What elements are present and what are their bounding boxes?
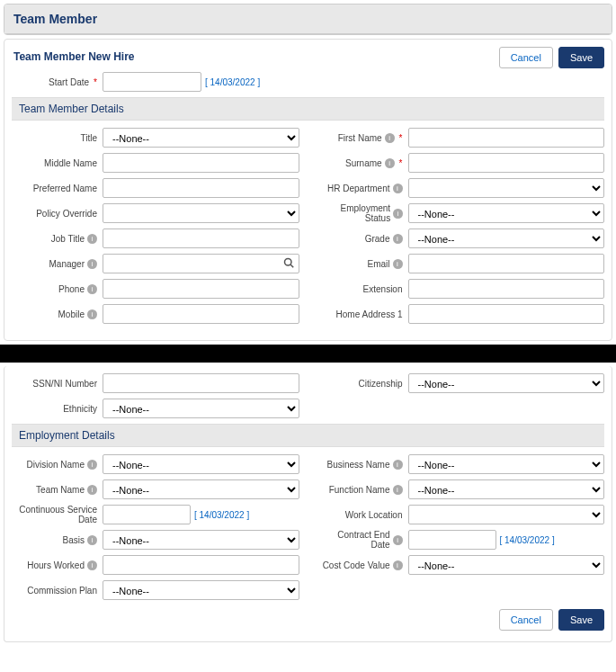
start-date-hint[interactable]: [ 14/03/2022 ] [205, 77, 260, 87]
bottom-button-row: Cancel Save [12, 609, 604, 631]
image-gap [0, 345, 616, 363]
extension-label: Extension [363, 284, 403, 294]
info-icon: i [393, 560, 403, 570]
required-marker: * [94, 77, 97, 87]
info-icon: i [87, 234, 97, 244]
main-panel: Team Member [4, 4, 612, 35]
division-name-label: Division Name [27, 460, 85, 470]
title-select[interactable]: --None-- [103, 128, 299, 148]
start-date-label: Start Date [49, 77, 89, 87]
surname-label: Surname [345, 158, 382, 168]
form-card-lower: SSN/NI Number Citizenship --None-- Ethni… [4, 366, 612, 642]
continuous-service-date-input[interactable] [103, 505, 191, 524]
first-name-label: First Name [338, 133, 382, 143]
page-title: Team Member [4, 4, 612, 34]
function-name-select[interactable]: --None-- [408, 479, 605, 499]
job-title-label: Job Title [51, 234, 85, 244]
home-address-1-label: Home Address 1 [336, 309, 403, 319]
info-icon: i [87, 560, 97, 570]
function-name-label: Function Name [329, 485, 390, 495]
info-icon: i [393, 259, 403, 269]
ssn-input[interactable] [103, 373, 299, 393]
search-icon[interactable] [283, 257, 294, 270]
team-name-select[interactable]: --None-- [103, 479, 299, 499]
phone-input[interactable] [103, 279, 299, 299]
extension-input[interactable] [408, 279, 605, 299]
info-icon: i [393, 234, 403, 244]
top-bar: Team Member New Hire Cancel Save [12, 47, 604, 68]
business-name-label: Business Name [326, 460, 389, 470]
business-name-select[interactable]: --None-- [408, 454, 605, 474]
work-location-label: Work Location [345, 510, 403, 520]
policy-override-select[interactable] [103, 203, 299, 223]
hours-worked-input[interactable] [103, 555, 299, 575]
email-label: Email [367, 259, 389, 269]
info-icon: i [393, 535, 403, 545]
form-card: Team Member New Hire Cancel Save Start D… [4, 39, 612, 341]
grade-select[interactable]: --None-- [408, 228, 605, 248]
grade-label: Grade [365, 234, 390, 244]
middle-name-input[interactable] [103, 153, 299, 173]
preferred-name-label: Preferred Name [33, 184, 97, 193]
basis-select[interactable]: --None-- [103, 530, 299, 550]
manager-lookup-input[interactable] [103, 254, 299, 273]
start-date-input[interactable] [103, 72, 201, 92]
first-name-input[interactable] [408, 128, 605, 148]
commission-plan-label: Commission Plan [27, 586, 97, 596]
info-icon: i [87, 309, 97, 319]
ethnicity-select[interactable]: --None-- [103, 399, 299, 418]
manager-label: Manager [49, 259, 85, 269]
save-button-bottom[interactable]: Save [558, 609, 604, 631]
info-icon: i [87, 535, 97, 545]
info-icon: i [393, 209, 402, 219]
start-date-row: Start Date * [ 14/03/2022 ] [12, 72, 604, 92]
save-button[interactable]: Save [558, 47, 604, 68]
surname-input[interactable] [408, 153, 605, 173]
cancel-button[interactable]: Cancel [499, 47, 553, 68]
employment-status-label: Employment Status [317, 203, 391, 223]
cost-code-value-select[interactable]: --None-- [408, 555, 605, 575]
hours-worked-label: Hours Worked [27, 560, 85, 570]
info-icon: i [87, 460, 97, 470]
mobile-input[interactable] [103, 304, 299, 324]
ssn-label: SSN/NI Number [32, 379, 97, 389]
info-icon: i [393, 485, 403, 495]
ethnicity-label: Ethnicity [63, 404, 97, 414]
cost-code-value-label: Cost Code Value [323, 560, 390, 570]
team-name-label: Team Name [36, 485, 85, 495]
commission-plan-select[interactable]: --None-- [103, 580, 299, 600]
basis-label: Basis [63, 535, 85, 545]
info-icon: i [393, 460, 403, 470]
info-icon: i [393, 184, 403, 193]
info-icon: i [385, 133, 395, 143]
policy-override-label: Policy Override [36, 209, 97, 219]
continuous-service-date-hint[interactable]: [ 14/03/2022 ] [194, 510, 249, 520]
info-icon: i [385, 158, 395, 168]
svg-line-1 [290, 264, 293, 267]
title-label: Title [80, 133, 97, 143]
cancel-button-bottom[interactable]: Cancel [499, 609, 553, 631]
work-location-select[interactable] [408, 505, 605, 524]
middle-name-label: Middle Name [44, 158, 97, 168]
section-header-details: Team Member Details [12, 97, 604, 121]
hr-department-label: HR Department [327, 184, 389, 193]
subtitle: Team Member New Hire [12, 47, 137, 68]
citizenship-select[interactable]: --None-- [408, 373, 605, 393]
info-icon: i [87, 485, 97, 495]
email-input[interactable] [408, 254, 605, 273]
contract-end-date-hint[interactable]: [ 14/03/2022 ] [500, 535, 555, 545]
info-icon: i [87, 259, 97, 269]
svg-point-0 [284, 259, 291, 266]
job-title-input[interactable] [103, 228, 299, 248]
required-marker: * [399, 158, 403, 168]
citizenship-label: Citizenship [359, 379, 403, 389]
home-address-1-input[interactable] [408, 304, 605, 324]
employment-status-select[interactable]: --None-- [408, 203, 605, 223]
mobile-label: Mobile [58, 309, 85, 319]
division-name-select[interactable]: --None-- [103, 454, 299, 474]
preferred-name-input[interactable] [103, 178, 299, 198]
hr-department-select[interactable] [408, 178, 605, 198]
phone-label: Phone [58, 284, 85, 294]
required-marker: * [399, 133, 403, 143]
contract-end-date-input[interactable] [408, 530, 496, 550]
